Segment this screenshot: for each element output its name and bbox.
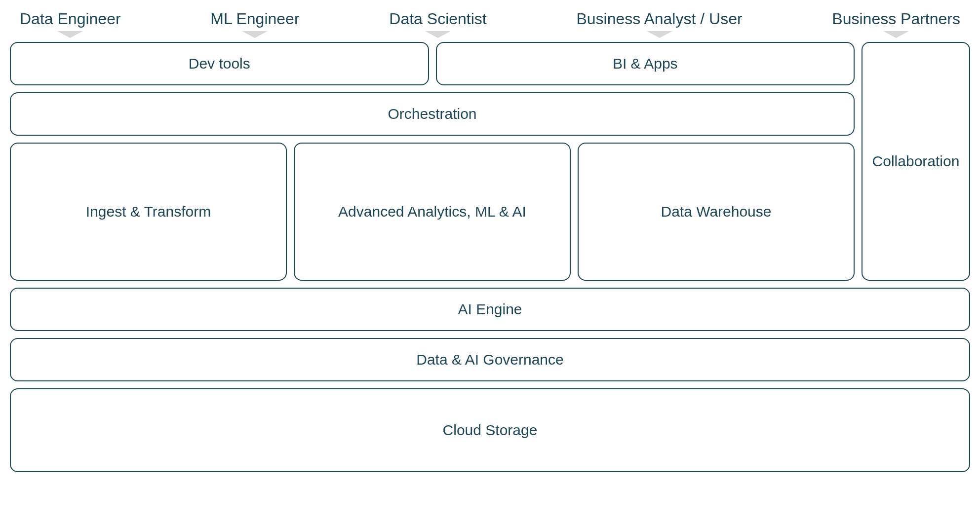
spacer bbox=[10, 331, 970, 338]
box-label: Collaboration bbox=[872, 153, 960, 170]
architecture-diagram: Data Engineer ML Engineer Data Scientist… bbox=[10, 10, 970, 472]
box-ingest-transform: Ingest & Transform bbox=[10, 143, 287, 281]
box-dev-tools: Dev tools bbox=[10, 42, 429, 85]
box-collaboration: Collaboration bbox=[862, 42, 970, 281]
upper-section: Dev tools BI & Apps Orchestration Ingest… bbox=[10, 42, 970, 281]
box-orchestration: Orchestration bbox=[10, 92, 855, 136]
box-governance: Data & AI Governance bbox=[10, 338, 970, 381]
box-label: Data Warehouse bbox=[661, 203, 771, 220]
arrow-down-icon bbox=[425, 31, 451, 38]
box-label: Orchestration bbox=[388, 106, 476, 122]
role-label: Business Partners bbox=[832, 10, 960, 28]
arrow-down-icon bbox=[242, 31, 268, 38]
arrow-down-icon bbox=[883, 31, 909, 38]
arrow-down-icon bbox=[57, 31, 83, 38]
box-advanced-analytics: Advanced Analytics, ML & AI bbox=[294, 143, 571, 281]
role-label: Data Scientist bbox=[389, 10, 486, 28]
role-data-scientist: Data Scientist bbox=[389, 10, 486, 38]
spacer bbox=[10, 281, 970, 288]
role-data-engineer: Data Engineer bbox=[20, 10, 121, 38]
mid-row: Ingest & Transform Advanced Analytics, M… bbox=[10, 143, 855, 281]
role-label: Data Engineer bbox=[20, 10, 121, 28]
box-label: AI Engine bbox=[458, 301, 522, 318]
role-business-partners: Business Partners bbox=[832, 10, 960, 38]
role-label: ML Engineer bbox=[210, 10, 299, 28]
box-label: Data & AI Governance bbox=[416, 351, 564, 368]
box-data-warehouse: Data Warehouse bbox=[578, 143, 855, 281]
box-bi-apps: BI & Apps bbox=[436, 42, 855, 85]
box-label: Cloud Storage bbox=[443, 422, 538, 439]
box-cloud-storage: Cloud Storage bbox=[10, 388, 970, 472]
arrow-down-icon bbox=[647, 31, 672, 38]
box-ai-engine: AI Engine bbox=[10, 288, 970, 331]
spacer bbox=[10, 381, 970, 388]
left-stack: Dev tools BI & Apps Orchestration Ingest… bbox=[10, 42, 855, 281]
role-label: Business Analyst / User bbox=[576, 10, 742, 28]
tools-row: Dev tools BI & Apps bbox=[10, 42, 855, 85]
box-label: Advanced Analytics, ML & AI bbox=[338, 203, 526, 220]
role-ml-engineer: ML Engineer bbox=[210, 10, 299, 38]
box-label: Ingest & Transform bbox=[86, 203, 211, 220]
roles-row: Data Engineer ML Engineer Data Scientist… bbox=[10, 10, 970, 38]
box-label: Dev tools bbox=[189, 55, 250, 72]
box-label: BI & Apps bbox=[613, 55, 678, 72]
role-business-analyst: Business Analyst / User bbox=[576, 10, 742, 38]
